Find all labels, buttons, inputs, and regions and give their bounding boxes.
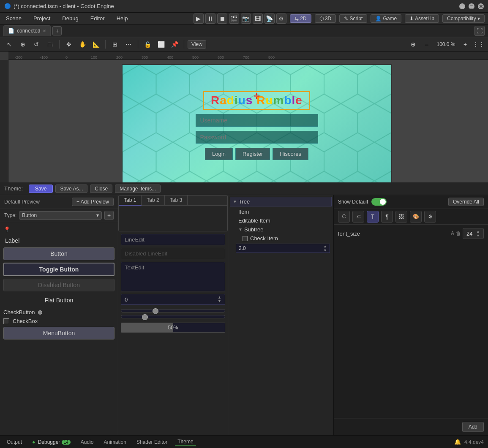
prop-icon-image[interactable]: 🖼 [395, 211, 407, 223]
menu-scene[interactable]: Scene [3, 14, 24, 22]
tool-move[interactable]: ⊕ [17, 38, 29, 50]
menu-debug[interactable]: Debug [60, 14, 81, 22]
minimize-button[interactable]: – [459, 3, 465, 9]
close-theme-button[interactable]: Close [90, 185, 112, 193]
add-property-button[interactable]: Add [462, 422, 484, 432]
notification-icon[interactable]: 🔔 [454, 439, 461, 445]
film-button[interactable]: 🎞 [253, 14, 263, 24]
menu-editor[interactable]: Editor [88, 14, 107, 22]
prop-icon-para[interactable]: ¶ [381, 211, 393, 223]
status-theme[interactable]: Theme [175, 438, 196, 446]
tree-item-1[interactable]: Item [230, 207, 332, 216]
menu-help[interactable]: Help [114, 14, 131, 22]
maximize-viewport-button[interactable]: ⛶ [474, 26, 485, 36]
font-size-up[interactable]: ▲ [476, 229, 480, 234]
font-size-down[interactable]: ▼ [476, 234, 480, 238]
show-default-toggle[interactable] [371, 198, 387, 206]
button-widget[interactable]: Button [3, 247, 115, 260]
tree-collapse-icon[interactable]: ▼ [233, 199, 237, 204]
movie-button[interactable]: 🎬 [229, 14, 239, 24]
camera-button[interactable]: 📷 [241, 14, 251, 24]
play-button[interactable]: ▶ [194, 14, 204, 24]
tool-scale[interactable]: ⬚ [44, 38, 56, 50]
save-button[interactable]: Save [29, 185, 53, 193]
tool-more[interactable]: ⋯ [123, 38, 134, 50]
type-add-button[interactable]: + [104, 211, 114, 220]
dots-grid-button[interactable]: ⋮⋮ [473, 38, 485, 50]
menu-project[interactable]: Project [31, 14, 53, 22]
password-input[interactable] [196, 131, 318, 144]
prop-icon-text[interactable]: T [367, 211, 379, 223]
prop-icon-settings[interactable]: ⚙ [424, 211, 436, 223]
register-button[interactable]: Register [235, 148, 270, 160]
mode-script[interactable]: ✎ Script [339, 14, 367, 23]
zoom-minus-button[interactable]: – [421, 38, 433, 50]
pause-button[interactable]: ⏸ [205, 14, 215, 24]
mode-3d[interactable]: ⬡ 3D [315, 14, 336, 23]
tab-connected[interactable]: 📄 connected ✕ [3, 25, 51, 36]
status-output[interactable]: Output [4, 438, 25, 446]
zoom-plus-button[interactable]: + [459, 38, 471, 50]
tool-snap[interactable]: ⊞ [109, 38, 121, 50]
mode-game[interactable]: 👤 Game [371, 14, 401, 23]
tab-add-button[interactable]: + [52, 26, 62, 35]
tool-pivot[interactable]: ✥ [63, 38, 75, 50]
tree-item-editable[interactable]: Editable Item [230, 216, 332, 225]
signal-button[interactable]: 📡 [264, 14, 275, 24]
subtree-collapse-icon[interactable]: ▼ [238, 227, 243, 232]
mode-2d[interactable]: ⇆ 2D [290, 14, 311, 23]
prop-icon-palette[interactable]: 🎨 [410, 211, 422, 223]
tree-spin-down[interactable]: ▼ [323, 248, 327, 253]
view-button[interactable]: View [188, 40, 206, 49]
type-select[interactable]: Button ▾ [19, 211, 102, 220]
hslider-track-2[interactable] [121, 315, 225, 318]
status-debugger[interactable]: ● Debugger 14 [30, 438, 73, 446]
override-all-button[interactable]: Override All [448, 198, 484, 206]
login-button[interactable]: Login [205, 148, 233, 160]
mode-assetlib[interactable]: ⬇ AssetLib [405, 14, 439, 23]
window-controls[interactable]: – □ ✕ [459, 3, 484, 9]
tool-anchor[interactable]: 📌 [169, 38, 180, 50]
close-button[interactable]: ✕ [478, 3, 484, 9]
save-as-button[interactable]: Save As... [55, 185, 87, 193]
tool-ruler[interactable]: 📐 [90, 38, 102, 50]
tab-widget-tab-1[interactable]: Tab 1 [119, 195, 142, 206]
status-animation[interactable]: Animation [101, 438, 129, 446]
tool-pan[interactable]: ✋ [76, 38, 88, 50]
tree-subtree-header[interactable]: ▼ Subtree [234, 225, 332, 234]
tool-lock[interactable]: 🔒 [142, 38, 153, 50]
tab-widget-tab-2[interactable]: Tab 2 [142, 195, 164, 205]
tool-select[interactable]: ↖ [3, 38, 15, 50]
tool-rotate[interactable]: ↺ [30, 38, 42, 50]
prop-icon-dotc[interactable]: .C [352, 211, 364, 223]
hslider-thumb-1[interactable] [153, 308, 158, 314]
hiscores-button[interactable]: Hiscores [273, 148, 308, 160]
tool-group[interactable]: ⬜ [155, 38, 167, 50]
maximize-button[interactable]: □ [469, 3, 474, 9]
zoom-fit-button[interactable]: ⊕ [407, 38, 419, 50]
status-shader-editor[interactable]: Shader Editor [134, 438, 170, 446]
trash-icon[interactable]: 🗑 [456, 231, 461, 236]
add-preview-button[interactable]: + Add Preview [72, 198, 114, 206]
tab-widget-tab-3[interactable]: Tab 3 [165, 195, 188, 205]
compat-button[interactable]: Compatibility ▾ [442, 14, 485, 23]
tree-spin-up[interactable]: ▲ [323, 244, 327, 248]
tab-close-icon[interactable]: ✕ [43, 29, 46, 33]
checkbox-box[interactable] [3, 318, 9, 324]
toggle-button-widget[interactable]: Toggle Button [3, 263, 115, 276]
line-edit-widget[interactable]: LineEdit [121, 234, 225, 245]
hslider-track-1[interactable] [121, 309, 225, 312]
username-input[interactable] [196, 114, 318, 127]
stop-button[interactable]: ⏹ [217, 14, 227, 24]
text-edit-widget[interactable]: TextEdit [121, 262, 225, 291]
prop-icon-color[interactable]: C [338, 211, 350, 223]
spin-down[interactable]: ▼ [218, 299, 221, 303]
settings-button[interactable]: ⚙ [276, 14, 286, 24]
hslider-thumb-2[interactable] [142, 314, 148, 320]
check-dot[interactable] [38, 310, 42, 315]
check-item-checkbox[interactable] [243, 236, 248, 241]
menu-button-widget[interactable]: MenuButton [3, 327, 115, 339]
canvas-background[interactable]: ✛ Radius Rumble Login Register Hiscores [8, 60, 488, 182]
flat-button-widget[interactable]: Flat Button [3, 294, 115, 307]
status-audio[interactable]: Audio [78, 438, 96, 446]
